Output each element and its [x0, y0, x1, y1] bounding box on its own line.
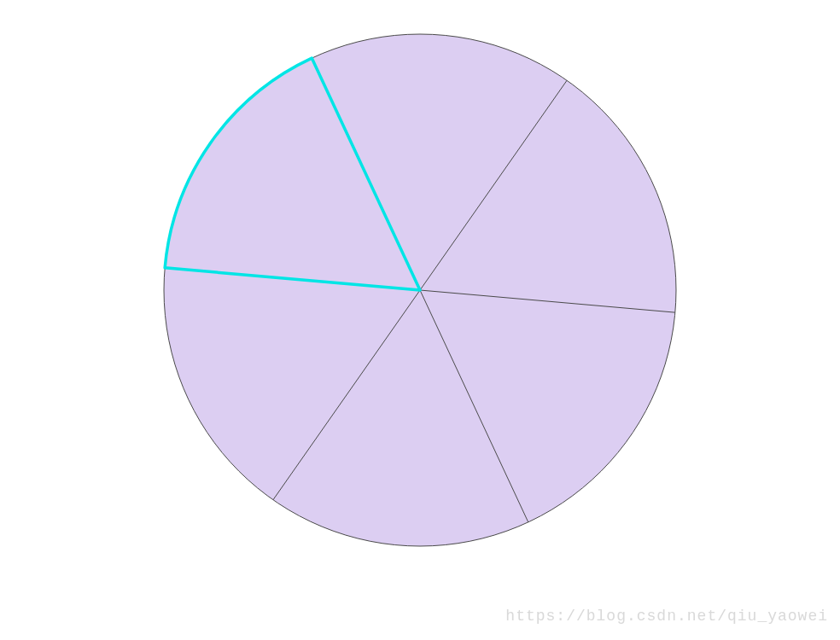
chart-container	[0, 0, 840, 640]
watermark: https://blog.csdn.net/qiu_yaowei	[505, 608, 828, 625]
pie-chart	[0, 0, 840, 640]
